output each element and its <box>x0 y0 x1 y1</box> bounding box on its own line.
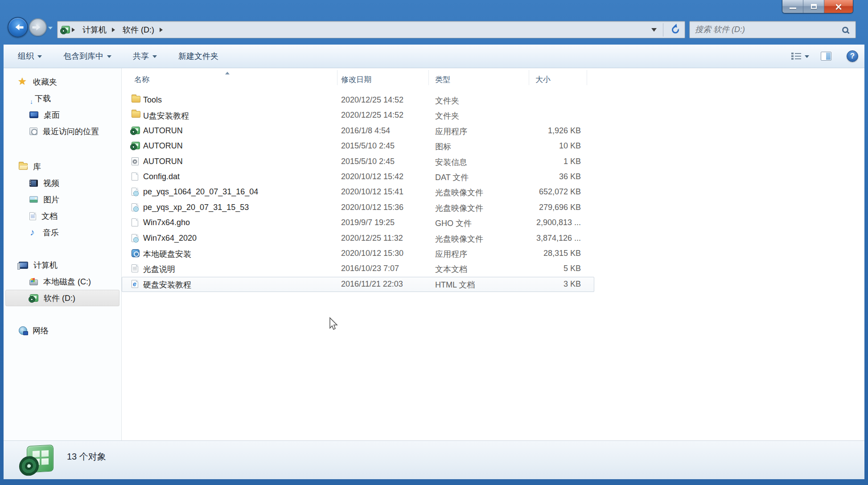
refresh-button[interactable] <box>668 26 683 33</box>
file-rows: Tools2020/12/25 14:52文件夹U盘安装教程2020/12/25… <box>122 93 594 292</box>
file-name: 光盘说明 <box>143 264 175 275</box>
column-header-date[interactable]: 修改日期 <box>341 74 371 85</box>
sidebar-item-计算机[interactable]: 计算机 <box>4 257 121 273</box>
search-input[interactable] <box>690 25 842 34</box>
file-name: U盘安装教程 <box>143 111 189 121</box>
toolbar-button-组织[interactable]: 组织 <box>12 48 47 64</box>
table-row[interactable]: U盘安装教程2020/12/25 14:52文件夹 <box>122 108 594 123</box>
file-type: 应用程序 <box>435 249 467 259</box>
table-row[interactable]: pe_yqs_xp_20_07_31_15_532020/10/12 15:36… <box>122 200 594 215</box>
column-divider[interactable] <box>529 70 529 85</box>
preview-pane-button[interactable] <box>821 52 831 61</box>
change-view-button[interactable] <box>791 52 809 61</box>
table-row[interactable]: pe_yqs_1064_20_07_31_16_042020/10/12 15:… <box>122 185 594 200</box>
sidebar-item-软件 (D:)[interactable]: 软件 (D:) <box>5 290 119 306</box>
disc-image-icon <box>132 234 138 242</box>
column-header-type[interactable]: 类型 <box>435 74 450 85</box>
toolbar-button-label: 包含到库中 <box>63 51 103 62</box>
sidebar-item-网络[interactable]: 网络 <box>4 322 121 339</box>
address-separator <box>663 23 663 37</box>
toolbar-button-共享[interactable]: 共享 <box>128 48 162 64</box>
column-divider[interactable] <box>337 70 337 85</box>
sidebar-item-label: 图片 <box>43 194 59 205</box>
file-date: 2016/11/21 22:03 <box>341 279 403 289</box>
table-row[interactable]: Win7x64_20202020/12/25 11:32光盘映像文件3,874,… <box>122 231 594 246</box>
maximize-button[interactable] <box>803 0 824 13</box>
sidebar-item-下载[interactable]: 下载 <box>4 90 121 107</box>
refresh-icon <box>672 26 679 33</box>
table-row[interactable]: 光盘说明2016/10/23 7:07文本文档5 KB <box>122 261 594 276</box>
document-icon <box>29 212 36 220</box>
column-header-size[interactable]: 大小 <box>535 74 551 85</box>
file-name: Tools <box>143 95 162 105</box>
file-date: 2020/10/12 15:30 <box>341 249 403 258</box>
file-date: 2015/5/10 2:45 <box>341 157 395 166</box>
file-type: 图标 <box>435 141 451 152</box>
sort-ascending-icon <box>225 70 230 74</box>
sidebar-item-库[interactable]: 库 <box>4 158 121 175</box>
text-file-icon <box>132 264 138 272</box>
file-type: GHO 文件 <box>435 218 472 229</box>
address-bar[interactable]: 计算机 软件 (D:) <box>57 21 685 38</box>
column-divider[interactable] <box>587 70 587 85</box>
table-row[interactable]: AUTORUN2015/5/10 2:45安装信息1 KB <box>122 154 594 169</box>
sidebar-item-本地磁盘 (C:)[interactable]: 本地磁盘 (C:) <box>4 273 121 290</box>
back-button[interactable] <box>8 17 28 37</box>
table-row[interactable]: AUTORUN2016/1/8 4:54应用程序1,926 KB <box>122 123 594 139</box>
file-size: 28,315 KB <box>492 249 581 258</box>
app-blue-icon <box>132 249 140 257</box>
sidebar-item-视频[interactable]: 视频 <box>4 175 121 191</box>
breadcrumb-item-drive-d[interactable]: 软件 (D:) <box>119 22 158 37</box>
sidebar-item-最近访问的位置[interactable]: 最近访问的位置 <box>4 123 121 140</box>
chevron-down-icon <box>805 55 809 60</box>
file-size: 10 KB <box>492 141 581 151</box>
search-icon[interactable] <box>842 27 848 33</box>
file-name: pe_yqs_xp_20_07_31_15_53 <box>143 203 249 212</box>
table-row[interactable]: 硬盘安装教程2016/11/21 22:03HTML 文档3 KB <box>122 277 594 292</box>
main-content: 收藏夹下载桌面最近访问的位置库视频图片文档音乐计算机本地磁盘 (C:)软件 (D… <box>4 68 864 440</box>
file-name: pe_yqs_1064_20_07_31_16_04 <box>143 187 258 197</box>
file-name: Config.dat <box>143 172 180 181</box>
sidebar-item-图片[interactable]: 图片 <box>4 191 121 208</box>
column-headers: 名称 修改日期 类型 大小 <box>122 68 864 89</box>
file-type: HTML 文档 <box>435 279 475 290</box>
table-row[interactable]: Tools2020/12/25 14:52文件夹 <box>122 93 594 108</box>
table-row[interactable]: AUTORUN2015/5/10 2:45图标10 KB <box>122 139 594 154</box>
disc-image-icon <box>132 203 138 211</box>
sidebar-item-label: 本地磁盘 (C:) <box>43 276 91 287</box>
sidebar-section-收藏夹: 收藏夹下载桌面最近访问的位置 <box>4 74 121 140</box>
toolbar-button-新建文件夹[interactable]: 新建文件夹 <box>173 48 224 64</box>
sidebar-item-音乐[interactable]: 音乐 <box>4 224 121 241</box>
breadcrumb-arrow-icon[interactable] <box>160 28 165 32</box>
recent-pages-chevron-icon[interactable] <box>48 27 53 32</box>
file-list-pane[interactable]: 名称 修改日期 类型 大小 Tools2020/12/25 14:52文件夹U盘… <box>122 68 864 440</box>
sidebar-item-桌面[interactable]: 桌面 <box>4 107 121 123</box>
breadcrumb-item-computer[interactable]: 计算机 <box>79 22 110 37</box>
sidebar-item-收藏夹[interactable]: 收藏夹 <box>4 74 121 90</box>
sidebar-item-label: 文档 <box>41 211 58 222</box>
column-divider[interactable] <box>428 70 429 85</box>
sidebar-section-计算机: 计算机本地磁盘 (C:)软件 (D:) <box>4 257 121 306</box>
breadcrumb-arrow-icon[interactable] <box>72 28 77 32</box>
close-button[interactable] <box>824 0 853 13</box>
table-row[interactable]: Win7x64.gho2019/9/7 19:25GHO 文件2,900,813… <box>122 215 594 230</box>
column-header-name[interactable]: 名称 <box>134 74 149 85</box>
toolbar-button-包含到库中[interactable]: 包含到库中 <box>58 48 117 64</box>
file-size: 279,696 KB <box>492 203 581 212</box>
network-icon <box>19 326 27 335</box>
folder-icon <box>132 96 140 103</box>
file-type: 光盘映像文件 <box>435 187 483 198</box>
sidebar-item-label: 收藏夹 <box>33 77 57 87</box>
explorer-window: 计算机 软件 (D:) 组织包含到库中共享新建文件夹 ? <box>0 0 868 485</box>
file-name: Win7x64.gho <box>143 218 190 227</box>
minimize-icon <box>790 8 796 9</box>
help-button[interactable]: ? <box>847 50 858 62</box>
disk-icon <box>29 279 38 285</box>
sidebar-item-文档[interactable]: 文档 <box>4 208 121 224</box>
forward-button[interactable] <box>29 18 47 36</box>
breadcrumb-arrow-icon[interactable] <box>112 28 117 32</box>
address-dropdown-icon[interactable] <box>651 28 657 34</box>
table-row[interactable]: 本地硬盘安装2020/10/12 15:30应用程序28,315 KB <box>122 246 594 261</box>
minimize-button[interactable] <box>782 0 803 13</box>
table-row[interactable]: Config.dat2020/10/12 15:42DAT 文件36 KB <box>122 169 594 185</box>
